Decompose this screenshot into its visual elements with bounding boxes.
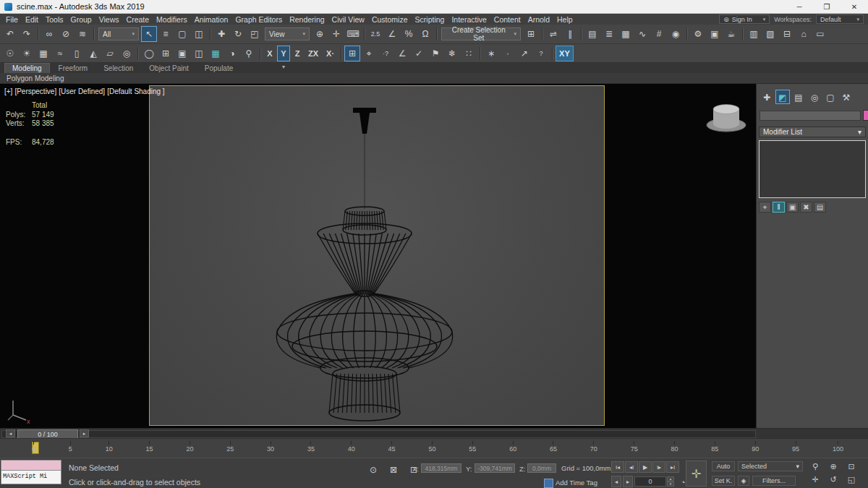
next-key-button[interactable]: ▸: [623, 476, 633, 487]
snowflake-icon[interactable]: ❄: [444, 46, 460, 61]
viewport-user-menu[interactable]: [User Defined]: [59, 87, 105, 95]
modifier-stack[interactable]: [759, 140, 866, 198]
monitor-icon[interactable]: ▭: [812, 26, 828, 42]
go-to-end-button[interactable]: ▸I: [666, 461, 679, 473]
flag-icon[interactable]: ⚑: [427, 46, 443, 61]
utilities-tab-icon[interactable]: ⚒: [839, 90, 854, 104]
ring-icon[interactable]: ◯: [141, 46, 157, 61]
rectangular-selection-region-icon[interactable]: ▢: [174, 26, 190, 42]
viewport[interactable]: [+][Perspective][User Defined][Default S…: [0, 84, 756, 428]
menu-item[interactable]: Views: [99, 15, 119, 24]
close-button[interactable]: ✕: [841, 0, 868, 13]
star-small-icon[interactable]: ∗: [483, 46, 499, 61]
tab-populate[interactable]: Populate: [197, 64, 240, 73]
current-frame-field[interactable]: [634, 476, 666, 487]
check-icon[interactable]: ✓: [411, 46, 427, 61]
curve-editor-icon[interactable]: ∿: [634, 26, 650, 42]
time-slider-next-button[interactable]: ▸: [80, 429, 89, 437]
configure-modifier-sets-icon[interactable]: ▤: [814, 202, 826, 213]
viewport-general-menu[interactable]: [+]: [4, 87, 12, 95]
menu-item[interactable]: File: [6, 15, 18, 24]
material-editor-icon[interactable]: ◉: [668, 26, 684, 42]
add-time-tag-button[interactable]: Add Time Tag: [556, 479, 597, 487]
go-to-start-button[interactable]: I◂: [611, 461, 624, 473]
set-key-button[interactable]: ✛: [686, 461, 707, 487]
sun-icon[interactable]: ☀: [19, 46, 35, 61]
rendered-frame-window-icon[interactable]: ▣: [707, 26, 723, 42]
menu-item[interactable]: Create: [127, 15, 150, 24]
frame-spinner-up-icon[interactable]: ▴: [667, 476, 674, 481]
viewport-pov-menu[interactable]: [Perspective]: [14, 87, 56, 95]
container-icon[interactable]: ◫: [191, 46, 207, 61]
window-crossing-icon[interactable]: ◫: [191, 26, 207, 42]
zoom-extents-icon[interactable]: ⊕: [827, 460, 840, 472]
grid-table-icon[interactable]: ⊟: [779, 26, 795, 42]
modifier-list-dropdown[interactable]: Modifier List ▾: [759, 127, 866, 137]
spinner-snap-icon[interactable]: Ω: [417, 26, 433, 42]
redo-icon[interactable]: ↷: [19, 26, 35, 42]
time-slider-prev-button[interactable]: ◂: [6, 429, 15, 437]
isolate-selection-icon[interactable]: ⊙: [365, 462, 381, 478]
selection-lock-toggle-icon[interactable]: ⊠: [386, 462, 401, 478]
grid-helper-icon[interactable]: ⊞: [158, 46, 174, 61]
xy-plane-button[interactable]: XY: [556, 46, 574, 61]
zx-plane-constraint-button[interactable]: ZX: [305, 46, 322, 61]
torus-icon[interactable]: ◎: [119, 46, 135, 61]
render-setup-icon[interactable]: ⚙: [690, 26, 706, 42]
motion-tab-icon[interactable]: ◎: [807, 90, 822, 104]
asset-browser-icon[interactable]: ⌂: [796, 26, 812, 42]
display-tab-icon[interactable]: ▢: [823, 90, 838, 104]
track-bar[interactable]: 0510152025303540455055606570758085909510…: [0, 438, 868, 458]
unlink-selection-icon[interactable]: ⊘: [58, 26, 74, 42]
ribbon-config-icon[interactable]: ▾: [279, 64, 288, 70]
group-panel-icon[interactable]: ▦: [35, 46, 51, 61]
pan-icon[interactable]: ✛: [809, 473, 822, 485]
bind-to-space-warp-icon[interactable]: ≋: [75, 26, 90, 42]
hierarchy-tab-icon[interactable]: ▤: [791, 90, 806, 104]
x-coord-field[interactable]: [421, 463, 461, 473]
menu-item[interactable]: Tools: [46, 15, 64, 24]
clapboard-icon[interactable]: ▣: [174, 46, 190, 61]
undo-icon[interactable]: ↶: [2, 26, 18, 42]
dot-small-icon[interactable]: ·: [500, 46, 516, 61]
viewcube[interactable]: [703, 100, 749, 136]
lightbulb-icon[interactable]: ☉: [2, 46, 18, 61]
pin-stack-icon[interactable]: ⌖: [759, 202, 771, 213]
z-coord-field[interactable]: [527, 463, 556, 473]
sign-in-button[interactable]: ⊚ Sign In ▾: [719, 14, 770, 24]
set-key-mode-button[interactable]: Set K.: [712, 476, 735, 486]
angle-measure-icon[interactable]: ∠: [394, 46, 410, 61]
viewport-panel-icon[interactable]: ▦: [208, 46, 224, 61]
maximize-viewport-toggle-icon[interactable]: ◱: [845, 473, 858, 485]
select-and-move-icon[interactable]: ✚: [213, 26, 229, 42]
snaps-toggle-icon[interactable]: 2.5: [367, 26, 383, 42]
ribbon-toggle-icon[interactable]: ▦: [618, 26, 634, 42]
eye-icon[interactable]: ◑: [224, 46, 240, 61]
use-pivot-point-icon[interactable]: ⊕: [312, 26, 328, 42]
modify-tab-icon[interactable]: ◩: [775, 90, 790, 104]
show-end-result-icon[interactable]: ‖: [773, 202, 785, 213]
workspace-dropdown[interactable]: Default ▾: [816, 14, 864, 24]
select-and-manipulate-icon[interactable]: ✛: [328, 26, 344, 42]
viewport-render-area[interactable]: [149, 85, 605, 426]
tab-object-paint[interactable]: Object Paint: [142, 64, 195, 73]
menu-item[interactable]: Modifiers: [156, 15, 187, 24]
wave-icon[interactable]: ≈: [52, 46, 68, 61]
prism-icon[interactable]: ◭: [85, 46, 101, 61]
schematic-view-icon[interactable]: #: [651, 26, 667, 42]
menu-item[interactable]: Animation: [195, 15, 229, 24]
zoom-region-icon[interactable]: ⊡: [845, 460, 858, 472]
y-coord-field[interactable]: [475, 463, 515, 473]
make-unique-icon[interactable]: ▣: [786, 202, 799, 213]
play-button[interactable]: ▶: [639, 461, 652, 473]
maxscript-listener-field[interactable]: MAXScript Mi: [1, 471, 61, 484]
tab-selection[interactable]: Selection: [96, 64, 140, 73]
orbit-icon[interactable]: ↺: [827, 473, 840, 485]
keyboard-shortcut-override-icon[interactable]: ⌨: [345, 26, 361, 42]
menu-item[interactable]: Customize: [372, 15, 408, 24]
y-axis-constraint-button[interactable]: Y: [277, 46, 290, 61]
select-and-rotate-icon[interactable]: ↻: [230, 26, 246, 42]
macro-recorder-field[interactable]: [1, 460, 61, 471]
previous-key-button[interactable]: ◂: [611, 476, 621, 487]
angle-snap-icon[interactable]: ∠: [384, 26, 400, 42]
